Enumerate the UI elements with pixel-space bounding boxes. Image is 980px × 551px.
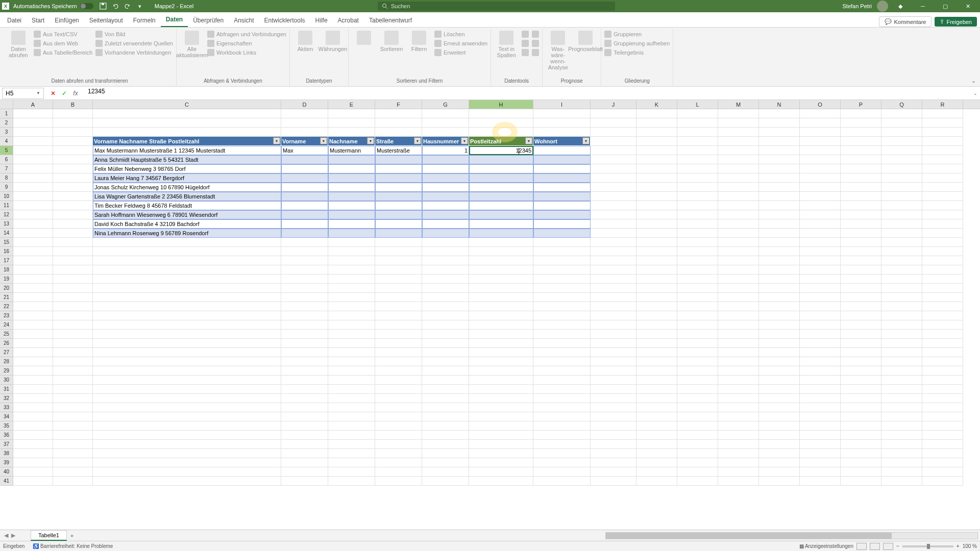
cell[interactable] [718,173,759,183]
cell[interactable] [881,274,922,284]
cell[interactable] [13,440,53,449]
share-button[interactable]: ⇪Freigeben [935,17,977,27]
cell[interactable] [677,293,718,302]
cell[interactable] [375,274,422,284]
cell[interactable] [800,293,841,302]
row-header[interactable]: 36 [0,431,13,440]
cell[interactable] [469,274,533,284]
cell[interactable] [93,366,281,375]
cell[interactable] [636,366,677,375]
cell[interactable] [422,320,469,330]
cell[interactable] [922,284,963,293]
cell[interactable] [881,219,922,229]
cell[interactable] [281,201,328,210]
cell[interactable] [881,238,922,247]
column-header[interactable]: G [422,100,469,109]
cell[interactable]: Max Mustermann Musterstraße 1 12345 Must… [93,146,281,155]
ribbon-item[interactable]: Was-wäre-wenn-Analyse [546,31,570,70]
cell[interactable] [469,311,533,320]
cell[interactable] [469,375,533,385]
cell[interactable] [636,118,677,128]
cell[interactable] [636,412,677,421]
cell[interactable] [53,265,93,274]
cell[interactable] [800,421,841,431]
cell[interactable] [718,210,759,219]
cell[interactable] [422,403,469,412]
cell[interactable] [881,348,922,357]
cell[interactable] [800,458,841,467]
cell[interactable] [13,201,53,210]
cell[interactable] [375,330,422,339]
cell[interactable] [13,265,53,274]
ribbon-item[interactable]: Löschen [434,31,487,38]
cell[interactable] [375,375,422,385]
cell[interactable] [841,302,881,311]
cell[interactable] [53,293,93,302]
cell[interactable] [53,229,93,238]
cell[interactable] [533,357,591,366]
cell[interactable] [375,467,422,477]
cell[interactable] [53,219,93,229]
cell[interactable] [800,201,841,210]
cell[interactable] [881,265,922,274]
cell[interactable] [881,357,922,366]
ribbon-item[interactable]: Gruppieren [604,31,670,38]
cell[interactable] [53,421,93,431]
cell[interactable] [718,293,759,302]
cell[interactable] [469,330,533,339]
cell[interactable] [53,330,93,339]
cell[interactable] [677,118,718,128]
minimize-button[interactable]: ─ [913,0,933,12]
collapse-ribbon-icon[interactable]: ⌄ [971,78,976,84]
cell[interactable] [375,256,422,265]
cell[interactable] [328,192,375,201]
cell[interactable] [281,385,328,394]
cell[interactable] [53,458,93,467]
cell[interactable] [53,118,93,128]
cell[interactable] [841,449,881,458]
cell[interactable] [591,449,636,458]
cell[interactable] [533,155,591,164]
cell[interactable] [281,247,328,256]
cell[interactable] [718,366,759,375]
cell[interactable] [677,238,718,247]
cell[interactable] [375,385,422,394]
cell[interactable] [375,183,422,192]
cell[interactable] [759,449,800,458]
cell[interactable]: 1 [422,146,469,155]
cell[interactable] [800,128,841,137]
cell[interactable] [718,164,759,173]
cell[interactable] [281,403,328,412]
remove-dupes-button[interactable] [522,40,529,47]
cell[interactable] [53,467,93,477]
cell[interactable] [328,440,375,449]
cell[interactable] [469,357,533,366]
cell[interactable] [533,118,591,128]
cell[interactable] [13,339,53,348]
cell[interactable] [591,274,636,284]
cell[interactable] [759,137,800,146]
cell[interactable] [93,440,281,449]
cell[interactable] [881,256,922,265]
cell[interactable] [591,421,636,431]
cell[interactable] [677,210,718,219]
cell[interactable]: Nina Lehmann Rosenweg 9 56789 Rosendorf [93,229,281,238]
cell[interactable] [591,229,636,238]
cell[interactable] [718,155,759,164]
cell[interactable] [53,238,93,247]
display-settings-button[interactable]: ▦ Anzeigeeinstellungen [799,543,853,549]
cell[interactable] [922,375,963,385]
cell[interactable] [759,274,800,284]
cell[interactable] [759,238,800,247]
text-to-columns-button[interactable]: Text in Spalten [494,31,519,58]
cell[interactable] [53,164,93,173]
cell[interactable] [422,440,469,449]
cell[interactable] [53,477,93,486]
cell[interactable] [13,256,53,265]
cell[interactable] [759,146,800,155]
cell[interactable] [533,173,591,183]
cell[interactable] [800,330,841,339]
column-header[interactable]: C [93,100,281,109]
cell[interactable] [841,173,881,183]
cell[interactable] [422,394,469,403]
